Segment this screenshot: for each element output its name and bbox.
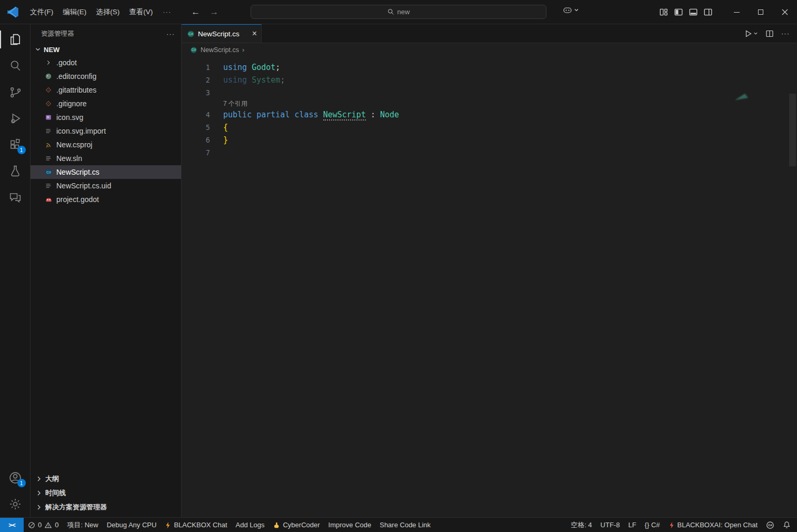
menu-edit[interactable]: 编辑(E) — [58, 5, 91, 19]
menu-view[interactable]: 查看(V) — [124, 5, 157, 19]
language-mode-indicator[interactable]: {} C# — [641, 518, 664, 532]
debug-config-indicator[interactable]: Debug Any CPU — [103, 518, 161, 532]
bell-icon — [783, 521, 791, 529]
activitybar-settings[interactable] — [0, 491, 31, 517]
code-line[interactable]: 1using Godot; — [182, 61, 797, 74]
activitybar-extensions[interactable]: 1 — [0, 132, 31, 158]
file-row[interactable]: icon.svg.import — [31, 124, 181, 138]
code-line[interactable]: 2using System; — [182, 74, 797, 86]
breadcrumb-file[interactable]: NewScript.cs — [201, 46, 239, 54]
eol-indicator[interactable]: LF — [624, 518, 640, 532]
indentation-indicator[interactable]: 空格: 4 — [566, 518, 596, 532]
file-row[interactable]: project.godot — [31, 193, 181, 206]
minimize-icon — [734, 12, 740, 13]
outline-section-header[interactable]: 大纲 — [31, 471, 181, 486]
activitybar-source-control[interactable] — [0, 79, 31, 105]
play-icon — [744, 29, 752, 38]
file-row[interactable]: .gitattributes — [31, 83, 181, 97]
list-icon — [44, 182, 53, 190]
remote-indicator[interactable]: >< — [0, 518, 24, 532]
csharp-status-button[interactable]: C# — [762, 518, 779, 532]
solution-explorer-section-header[interactable]: 解决方案资源管理器 — [31, 500, 181, 514]
file-row[interactable]: New.csproj — [31, 138, 181, 152]
code-line[interactable]: 3 — [182, 86, 797, 99]
chevron-right-icon — [35, 489, 43, 497]
file-row[interactable]: .godot — [31, 56, 181, 69]
extensions-badge: 1 — [17, 146, 26, 154]
activitybar-explorer[interactable] — [0, 26, 31, 53]
line-number: 6 — [182, 134, 223, 146]
toggle-panel-icon[interactable] — [689, 7, 698, 17]
file-row[interactable]: icon.svg — [31, 111, 181, 124]
code-line[interactable]: 4public partial class NewScript : Node — [182, 108, 797, 121]
split-editor-icon[interactable] — [765, 29, 774, 38]
code-text: { — [223, 121, 228, 134]
menu-file[interactable]: 文件(F) — [25, 5, 58, 19]
activitybar-accounts[interactable]: 1 — [0, 465, 31, 491]
chevron-right-icon — [35, 503, 43, 511]
comments-icon — [8, 190, 23, 205]
cybercoder-button[interactable]: CyberCoder — [268, 518, 324, 532]
code-line[interactable]: 5{ — [182, 121, 797, 134]
nav-back-button[interactable]: ← — [191, 7, 200, 17]
toggle-sidebar-right-icon[interactable] — [703, 7, 713, 17]
tab-newscript[interactable]: C# NewScript.cs × — [182, 24, 262, 43]
chevron-right-icon — [35, 475, 43, 483]
nav-forward-button[interactable]: → — [210, 7, 218, 17]
file-name: .gitattributes — [56, 86, 96, 94]
encoding-indicator[interactable]: UTF-8 — [596, 518, 624, 532]
file-row[interactable]: .gitignore — [31, 97, 181, 111]
project-indicator[interactable]: 项目: New — [63, 518, 102, 532]
improve-code-button[interactable]: Improve Code — [324, 518, 376, 532]
code-line[interactable]: 7 — [182, 146, 797, 159]
copilot-icon — [562, 5, 573, 15]
maximize-button[interactable] — [749, 0, 773, 24]
menu-selection[interactable]: 选择(S) — [91, 5, 124, 19]
activity-bar: 1 1 — [0, 24, 31, 517]
file-row[interactable]: New.sln — [31, 152, 181, 165]
git-icon — [44, 86, 53, 94]
activitybar-run-debug[interactable] — [0, 105, 31, 132]
blackboxai-open-chat-button[interactable]: BLACKBOXAI: Open Chat — [664, 518, 762, 532]
file-row-selected[interactable]: C# NewScript.cs — [31, 165, 181, 179]
close-icon — [782, 9, 788, 15]
minimize-button[interactable] — [724, 0, 749, 24]
file-name: NewScript.cs — [56, 168, 99, 176]
code-line[interactable]: 6} — [182, 134, 797, 146]
codelens-references[interactable]: 7 个引用 — [223, 99, 797, 108]
timeline-section-header[interactable]: 时间线 — [31, 486, 181, 500]
gear-icon — [8, 497, 23, 511]
flask-icon — [8, 164, 23, 178]
file-row[interactable]: NewScript.cs.uid — [31, 179, 181, 193]
svg-text:C#: C# — [768, 524, 772, 527]
svg-text:C#: C# — [192, 48, 196, 52]
command-center-search[interactable]: new — [251, 5, 546, 19]
activitybar-chat[interactable] — [0, 184, 31, 210]
tab-close-button[interactable]: × — [252, 29, 257, 38]
problems-indicator[interactable]: 0 0 — [24, 518, 63, 532]
menu-more-button[interactable]: ··· — [157, 8, 176, 16]
warning-icon — [44, 521, 52, 529]
breadcrumb[interactable]: C# NewScript.cs › — [182, 43, 797, 57]
blackbox-chat-button[interactable]: BLACKBOX Chat — [161, 518, 231, 532]
breadcrumb-separator: › — [242, 46, 244, 54]
editor-more-actions-button[interactable]: ··· — [781, 29, 790, 37]
code-editor[interactable]: 1using Godot;2using System;37 个引用4public… — [182, 57, 797, 517]
activitybar-search[interactable] — [0, 53, 31, 79]
customize-layout-icon[interactable] — [659, 7, 669, 17]
share-code-link-button[interactable]: Share Code Link — [375, 518, 435, 532]
toggle-sidebar-left-icon[interactable] — [674, 7, 683, 17]
activitybar-testing[interactable] — [0, 158, 31, 184]
vscode-window: 文件(F) 编辑(E) 选择(S) 查看(V) ··· ← → new — [0, 0, 797, 532]
add-logs-button[interactable]: Add Logs — [232, 518, 269, 532]
folder-section-header[interactable]: NEW — [31, 43, 181, 56]
section-label: 大纲 — [45, 474, 59, 484]
sidebar-more-button[interactable]: ··· — [166, 30, 175, 38]
close-button[interactable] — [773, 0, 797, 24]
copilot-menu-button[interactable] — [562, 5, 579, 15]
editor-scrollbar[interactable] — [789, 94, 796, 166]
notifications-button[interactable] — [779, 518, 797, 532]
run-file-button[interactable] — [744, 29, 758, 38]
sidebar-title: 资源管理器 — [41, 29, 166, 38]
file-row[interactable]: .editorconfig — [31, 69, 181, 83]
